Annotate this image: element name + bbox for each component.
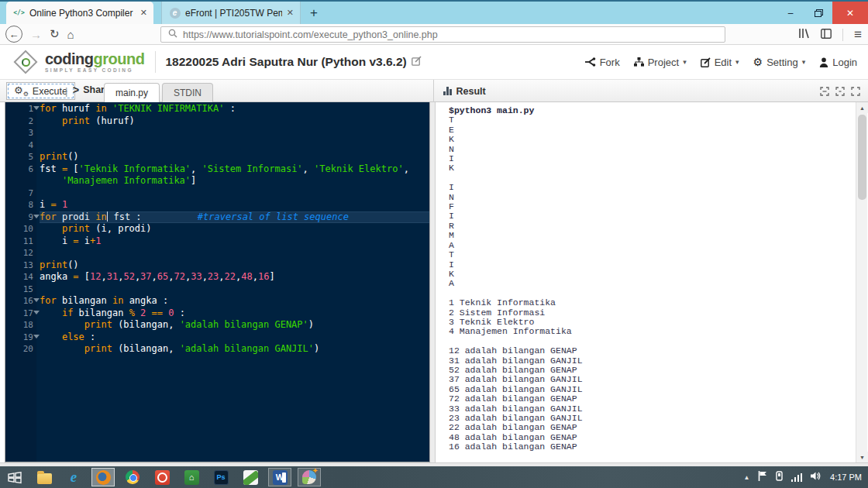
code-line: print (i, prodi) bbox=[40, 223, 429, 235]
codingground-logo[interactable]: codingground SIMPLY EASY CODING bbox=[12, 49, 144, 75]
fullscreen-icon[interactable] bbox=[851, 87, 860, 96]
output-line: E bbox=[449, 125, 583, 135]
fork-button[interactable]: Fork bbox=[585, 57, 620, 68]
action-center-flag-icon[interactable] bbox=[758, 470, 767, 484]
refresh-button[interactable]: ↻ bbox=[50, 27, 60, 41]
hidden-icons-chevron[interactable]: ▲ bbox=[744, 474, 750, 481]
logo-tagline: SIMPLY EASY CODING bbox=[45, 68, 144, 74]
tab-stdin[interactable]: STDIN bbox=[162, 83, 213, 102]
line-number: 7 bbox=[5, 187, 36, 200]
edit-menu[interactable]: Edit▾ bbox=[701, 57, 739, 68]
divider bbox=[842, 29, 843, 41]
code-line: for huruf in 'TEKNIK INFIRMATIKA' : bbox=[40, 103, 429, 115]
internet-explorer-icon[interactable]: e bbox=[59, 466, 88, 488]
line-number: 3 bbox=[5, 127, 36, 139]
home-button[interactable]: ⌂ bbox=[67, 28, 74, 41]
compress-icon[interactable] bbox=[820, 87, 829, 96]
fork-icon bbox=[585, 57, 596, 67]
result-window-controls bbox=[820, 87, 860, 96]
setting-menu[interactable]: ⚙ Setting▾ bbox=[753, 56, 806, 68]
photo-editor-icon[interactable] bbox=[294, 466, 324, 488]
code-line: i = 1 bbox=[40, 199, 429, 211]
logo-diamond-icon bbox=[12, 49, 39, 75]
restore-panel-icon[interactable] bbox=[835, 87, 845, 96]
scroll-up-arrow[interactable]: ▲ bbox=[856, 102, 868, 113]
minimize-button[interactable]: – bbox=[777, 2, 804, 24]
output-line: T bbox=[449, 250, 583, 259]
sidebar-icon[interactable] bbox=[821, 28, 832, 42]
edit-title-icon[interactable] bbox=[412, 55, 422, 69]
search-icon bbox=[168, 29, 177, 40]
browser-navbar: ← → ↻ ⌂ https://www.tutorialspoint.com/e… bbox=[0, 24, 868, 45]
login-button[interactable]: Login bbox=[819, 57, 857, 68]
firefox-icon[interactable] bbox=[88, 466, 118, 488]
fold-arrow-icon[interactable] bbox=[33, 311, 40, 314]
tab-main-py[interactable]: main.py bbox=[104, 83, 160, 102]
divider bbox=[155, 51, 156, 73]
taskbar-clock[interactable]: 4:17 PM bbox=[830, 473, 862, 482]
gears-icon: ⚙⚙ bbox=[14, 84, 29, 98]
fold-arrow-icon[interactable] bbox=[33, 215, 40, 218]
restore-button[interactable] bbox=[804, 2, 832, 24]
line-number: 16 bbox=[5, 295, 36, 308]
fold-arrow-icon[interactable] bbox=[33, 298, 40, 302]
line-number: 2 bbox=[5, 115, 36, 128]
output-line: I bbox=[449, 211, 583, 221]
scroll-down-arrow[interactable]: ▼ bbox=[856, 452, 868, 462]
result-scrollbar[interactable]: ▲ ▼ bbox=[856, 102, 867, 462]
output-line: 37 adalah bilangan GANJIL bbox=[449, 375, 583, 384]
file-tabs: main.py STDIN bbox=[104, 83, 215, 102]
browser-tab-inactive[interactable]: e eFront | PTI205TW Pemrograma ✕ bbox=[161, 2, 301, 24]
code-line: if bilangan % 2 == 0 : bbox=[40, 308, 429, 320]
start-button[interactable] bbox=[0, 466, 29, 488]
toolbar-left: ⚙⚙ Execute | > Share main.py STDIN bbox=[0, 80, 434, 102]
word-icon[interactable]: W bbox=[265, 466, 294, 488]
new-tab-button[interactable]: + bbox=[310, 5, 318, 24]
library-icon[interactable] bbox=[798, 28, 810, 42]
chrome-icon[interactable] bbox=[118, 466, 147, 488]
code-editor[interactable]: 1234567891011121314151617181920 for huru… bbox=[5, 102, 430, 462]
network-signal-icon[interactable] bbox=[791, 473, 803, 482]
output-line: A bbox=[449, 241, 583, 250]
code-line bbox=[40, 139, 429, 152]
bar-chart-icon bbox=[443, 87, 452, 95]
output-line: R bbox=[449, 222, 583, 231]
output-line: M bbox=[449, 231, 583, 240]
device-icon[interactable] bbox=[775, 470, 784, 484]
hamburger-menu-icon[interactable]: ≡ bbox=[854, 27, 862, 43]
main-area: 1234567891011121314151617181920 for huru… bbox=[0, 102, 868, 462]
browser-titlebar: </> Online Python3 Compiler - Onli ✕ e e… bbox=[0, 0, 868, 24]
line-number: 8 bbox=[5, 199, 36, 211]
volume-icon[interactable] bbox=[810, 470, 821, 484]
tab-close-icon[interactable]: ✕ bbox=[287, 8, 294, 18]
office-green-app-icon[interactable]: ⌂ bbox=[177, 466, 206, 488]
code-line: fst = ['Teknik Informatika', 'Sistem Inf… bbox=[40, 163, 429, 176]
photoshop-icon[interactable]: Ps bbox=[206, 466, 236, 488]
output-line: 12 adalah bilangan GENAP bbox=[449, 346, 583, 356]
project-menu[interactable]: Project▾ bbox=[634, 57, 687, 68]
code-line: print() bbox=[40, 151, 429, 163]
code-line bbox=[40, 284, 429, 296]
line-number: 5 bbox=[5, 151, 36, 163]
system-tray: ▲ 4:17 PM bbox=[744, 466, 862, 488]
output-line: 72 adalah bilangan GENAP bbox=[449, 394, 583, 404]
screen: </> Online Python3 Compiler - Onli ✕ e e… bbox=[0, 0, 868, 488]
file-explorer-icon[interactable] bbox=[29, 466, 59, 488]
green-pen-app-icon[interactable] bbox=[236, 466, 265, 488]
forward-button[interactable]: → bbox=[30, 28, 42, 41]
scrollbar-thumb[interactable] bbox=[858, 115, 866, 200]
user-icon bbox=[819, 57, 828, 67]
output-line: 22 adalah bilangan GENAP bbox=[449, 423, 583, 432]
url-bar[interactable]: https://www.tutorialspoint.com/execute_p… bbox=[160, 26, 725, 43]
fold-arrow-icon[interactable] bbox=[33, 335, 40, 339]
fold-arrow-icon[interactable] bbox=[33, 106, 40, 110]
back-button[interactable]: ← bbox=[5, 26, 22, 43]
media-app-icon[interactable] bbox=[147, 466, 177, 488]
code-line: print (huruf) bbox=[40, 115, 429, 128]
browser-tab-active[interactable]: </> Online Python3 Compiler - Onli ✕ bbox=[6, 2, 153, 24]
output-line: K bbox=[449, 270, 583, 279]
tab-close-icon[interactable]: ✕ bbox=[140, 8, 147, 18]
code-line: for bilangan in angka : bbox=[40, 295, 429, 308]
close-button[interactable]: ✕ bbox=[832, 2, 868, 24]
line-numbers: 1234567891011121314151617181920 bbox=[5, 103, 36, 356]
